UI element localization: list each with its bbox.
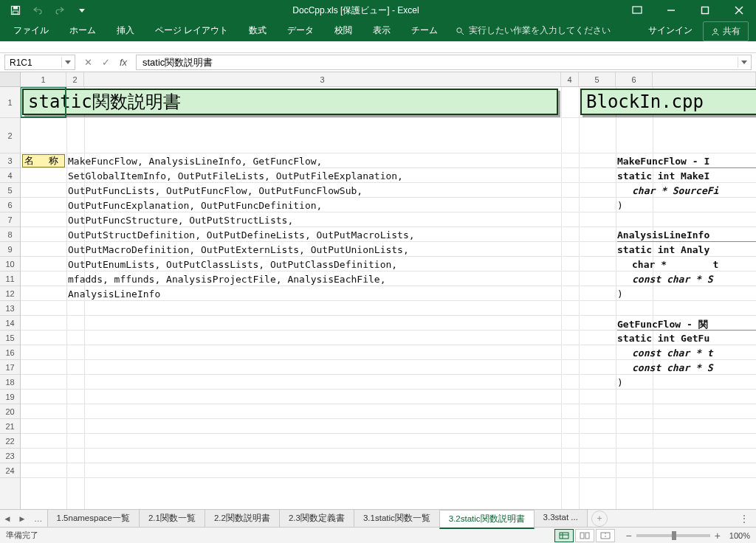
tab-data[interactable]: データ bbox=[277, 20, 324, 41]
tab-review[interactable]: 校閲 bbox=[324, 20, 362, 41]
row-header[interactable]: 3 bbox=[0, 153, 20, 168]
sheet-tab[interactable]: 3.2static関数説明書 bbox=[439, 510, 535, 529]
tabs-menu-icon[interactable]: ⋮ bbox=[737, 511, 752, 526]
column-header[interactable]: 1 bbox=[21, 72, 66, 86]
qat-customize-icon[interactable] bbox=[72, 2, 92, 18]
zoom-in-icon[interactable]: + bbox=[715, 530, 721, 542]
save-icon[interactable] bbox=[6, 2, 25, 18]
tab-view[interactable]: 表示 bbox=[362, 20, 401, 41]
title-bar: DocCpp.xls [保護ビュー] - Excel bbox=[0, 0, 756, 21]
row-header[interactable]: 22 bbox=[0, 434, 20, 449]
view-page-layout-icon[interactable] bbox=[575, 529, 594, 542]
tab-home[interactable]: ホーム bbox=[59, 20, 106, 41]
row-header[interactable]: 20 bbox=[0, 404, 20, 419]
func-list-line: OutPutMacroDefinition, OutPutExternLists… bbox=[68, 244, 409, 255]
tellme-search[interactable]: 実行したい作業を入力してください bbox=[448, 20, 618, 41]
undo-icon[interactable] bbox=[28, 2, 47, 18]
share-label: 共有 bbox=[723, 25, 740, 38]
label-name-cell: 名 称 bbox=[22, 154, 65, 167]
close-icon[interactable] bbox=[722, 0, 756, 21]
row-header[interactable]: 13 bbox=[0, 301, 20, 316]
column-header[interactable]: 6 bbox=[616, 72, 653, 86]
zoom-out-icon[interactable]: − bbox=[625, 530, 631, 542]
view-normal-icon[interactable] bbox=[554, 529, 574, 542]
sheet-tabs-bar: ◄ ► … 1.5namespace一覧2.1関数一覧2.2関数説明書2.3関数… bbox=[0, 509, 756, 527]
sheet-tab[interactable]: 2.3関数定義書 bbox=[279, 509, 354, 528]
worksheet-area: 123456 123456789101112131415161718192021… bbox=[0, 72, 756, 509]
row-header[interactable]: 5 bbox=[0, 183, 20, 198]
code-block-line: const char * S bbox=[632, 274, 713, 285]
svg-rect-15 bbox=[585, 533, 589, 539]
column-header[interactable] bbox=[653, 72, 756, 86]
tab-page-layout[interactable]: ページ レイアウト bbox=[145, 20, 238, 41]
enter-formula-icon[interactable]: ✓ bbox=[97, 57, 114, 68]
ribbon-tabs: ファイル ホーム 挿入 ページ レイアウト 数式 データ 校閲 表示 チーム 実… bbox=[0, 21, 756, 41]
view-page-break-icon[interactable] bbox=[596, 529, 615, 542]
row-header[interactable]: 14 bbox=[0, 316, 20, 331]
row-header[interactable]: 16 bbox=[0, 345, 20, 360]
svg-rect-3 bbox=[633, 7, 642, 13]
zoom-level[interactable]: 100% bbox=[729, 531, 750, 540]
column-header[interactable]: 3 bbox=[84, 72, 561, 86]
row-header[interactable]: 1 bbox=[0, 87, 20, 118]
sheet-tab[interactable]: 2.2関数説明書 bbox=[205, 509, 280, 528]
sheet-tab[interactable]: 3.3stat ... bbox=[534, 509, 588, 528]
sheet-nav-more[interactable]: … bbox=[30, 514, 47, 523]
redo-icon[interactable] bbox=[50, 2, 69, 18]
sheet-tab[interactable]: 1.5namespace一覧 bbox=[47, 509, 140, 528]
column-header[interactable]: 5 bbox=[579, 72, 616, 86]
name-box-dropdown-icon[interactable] bbox=[61, 57, 73, 68]
column-headers: 123456 bbox=[0, 72, 756, 87]
sheet-nav-prev-icon[interactable]: ◄ bbox=[0, 511, 15, 526]
row-header[interactable]: 4 bbox=[0, 168, 20, 183]
row-header[interactable]: 12 bbox=[0, 286, 20, 301]
fx-icon[interactable]: fx bbox=[115, 57, 131, 68]
status-bar: 準備完了 − + 100% bbox=[0, 527, 756, 543]
zoom-slider[interactable] bbox=[636, 534, 710, 537]
sheet-nav-next-icon[interactable]: ► bbox=[15, 511, 30, 526]
row-header[interactable]: 9 bbox=[0, 242, 20, 257]
cancel-formula-icon[interactable]: ✕ bbox=[80, 57, 96, 68]
row-header[interactable]: 11 bbox=[0, 272, 20, 286]
code-block-line: char * SourceFi bbox=[632, 185, 718, 196]
row-header[interactable]: 7 bbox=[0, 212, 20, 227]
code-block-line: ) bbox=[617, 200, 623, 211]
column-header[interactable]: 4 bbox=[561, 72, 579, 86]
name-box[interactable]: R1C1 bbox=[4, 55, 75, 70]
column-header[interactable]: 2 bbox=[66, 72, 84, 86]
formula-input[interactable]: static関数説明書 bbox=[136, 55, 752, 70]
row-header[interactable]: 2 bbox=[0, 118, 20, 153]
func-list-line: OutPutFuncLists, OutPutFuncFlow, OutPutF… bbox=[68, 185, 362, 196]
code-block-line: static int GetFu bbox=[617, 333, 709, 344]
minimize-icon[interactable] bbox=[654, 0, 688, 21]
tab-insert[interactable]: 挿入 bbox=[106, 20, 145, 41]
maximize-icon[interactable] bbox=[688, 0, 722, 21]
sheet-tab[interactable]: 3.1static関数一覧 bbox=[354, 509, 440, 528]
row-header[interactable]: 19 bbox=[0, 390, 20, 404]
select-all-corner[interactable] bbox=[0, 72, 21, 86]
ribbon-display-icon[interactable] bbox=[620, 0, 654, 21]
tab-file[interactable]: ファイル bbox=[3, 20, 59, 41]
new-sheet-button[interactable]: ＋ bbox=[591, 511, 608, 527]
tab-team[interactable]: チーム bbox=[401, 20, 448, 41]
row-header[interactable]: 18 bbox=[0, 375, 20, 390]
func-list-line: OutPutFuncStructure, OutPutStructLists, bbox=[68, 215, 293, 226]
formula-expand-icon[interactable] bbox=[738, 57, 749, 68]
svg-rect-5 bbox=[702, 7, 709, 14]
code-block-line: ) bbox=[617, 377, 623, 388]
row-header[interactable]: 17 bbox=[0, 360, 20, 375]
row-header[interactable]: 23 bbox=[0, 449, 20, 463]
cells-viewport[interactable]: static関数説明書BlockIn.cpp名 称MakeFuncFlow, A… bbox=[21, 87, 756, 509]
share-button[interactable]: 共有 bbox=[703, 21, 749, 41]
row-header[interactable]: 15 bbox=[0, 331, 20, 345]
row-header[interactable]: 8 bbox=[0, 227, 20, 242]
sheet-tab[interactable]: 2.1関数一覧 bbox=[139, 509, 205, 528]
code-block-line: static int MakeI bbox=[617, 170, 709, 181]
tab-formulas[interactable]: 数式 bbox=[238, 20, 277, 41]
row-header[interactable]: 24 bbox=[0, 463, 20, 478]
row-header[interactable]: 6 bbox=[0, 198, 20, 212]
row-header[interactable]: 10 bbox=[0, 257, 20, 272]
code-block-line: const char * t bbox=[632, 347, 713, 359]
row-header[interactable]: 21 bbox=[0, 419, 20, 434]
signin-link[interactable]: サインイン bbox=[638, 20, 703, 41]
